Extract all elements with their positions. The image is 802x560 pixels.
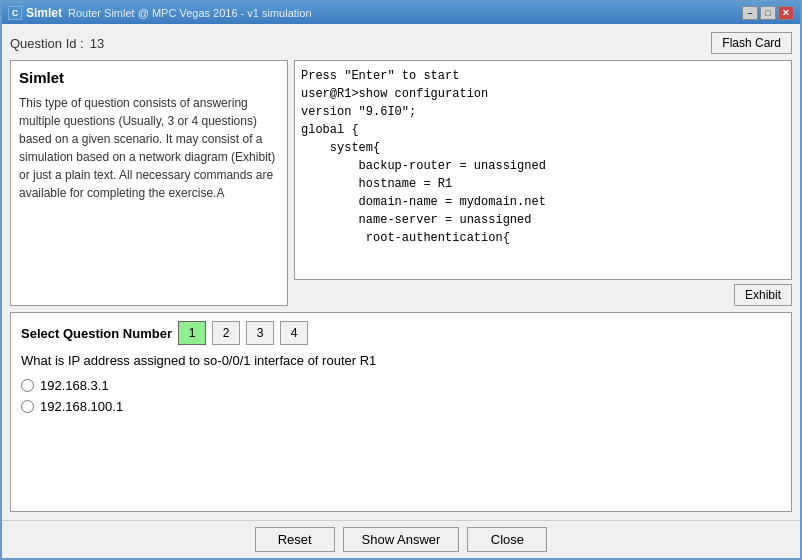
radio-input-1[interactable]	[21, 379, 34, 392]
question-num-button-1[interactable]: 1	[178, 321, 206, 345]
bottom-bar: Reset Show Answer Close	[2, 520, 800, 558]
question-area: Select Question Number 1 2 3 4 What is I…	[10, 312, 792, 512]
left-panel: Simlet This type of question consists of…	[10, 60, 288, 306]
title-bar: C Simlet Router Simlet @ MPC Vegas 2016 …	[2, 2, 800, 24]
window-subtitle: Router Simlet @ MPC Vegas 2016 - v1 simu…	[68, 7, 312, 19]
radio-option-2: 192.168.100.1	[21, 399, 781, 414]
question-id-area: Question Id : 13	[10, 36, 104, 51]
radio-label-1: 192.168.3.1	[40, 378, 109, 393]
question-select-row: Select Question Number 1 2 3 4	[21, 321, 781, 345]
question-id-value: 13	[90, 36, 104, 51]
question-num-button-2[interactable]: 2	[212, 321, 240, 345]
show-answer-button[interactable]: Show Answer	[343, 527, 460, 552]
select-question-label: Select Question Number	[21, 326, 172, 341]
exhibit-row: Exhibit	[294, 284, 792, 306]
left-panel-content: Simlet This type of question consists of…	[11, 61, 287, 305]
simlet-text: This type of question consists of answer…	[19, 94, 279, 202]
close-button[interactable]: Close	[467, 527, 547, 552]
exhibit-button[interactable]: Exhibit	[734, 284, 792, 306]
content-area: Question Id : 13 Flash Card Simlet This …	[2, 24, 800, 520]
right-panel: Press "Enter" to start user@R1>show conf…	[294, 60, 792, 306]
header-row: Question Id : 13 Flash Card	[10, 32, 792, 54]
reset-button[interactable]: Reset	[255, 527, 335, 552]
window-close-button[interactable]: ✕	[778, 6, 794, 20]
question-id-label: Question Id :	[10, 36, 84, 51]
radio-input-2[interactable]	[21, 400, 34, 413]
simlet-title: Simlet	[19, 69, 279, 86]
question-content: Select Question Number 1 2 3 4 What is I…	[11, 313, 791, 511]
maximize-button[interactable]: □	[760, 6, 776, 20]
question-num-button-3[interactable]: 3	[246, 321, 274, 345]
terminal-area: Press "Enter" to start user@R1>show conf…	[294, 60, 792, 280]
window-title: Simlet	[26, 6, 62, 20]
minimize-button[interactable]: –	[742, 6, 758, 20]
radio-option-1: 192.168.3.1	[21, 378, 781, 393]
flash-card-button[interactable]: Flash Card	[711, 32, 792, 54]
main-window: C Simlet Router Simlet @ MPC Vegas 2016 …	[0, 0, 802, 560]
terminal-text: Press "Enter" to start user@R1>show conf…	[301, 67, 785, 247]
window-controls: – □ ✕	[742, 6, 794, 20]
main-split: Simlet This type of question consists of…	[10, 60, 792, 306]
question-text: What is IP address assigned to so-0/0/1 …	[21, 353, 781, 368]
question-num-button-4[interactable]: 4	[280, 321, 308, 345]
app-icon: C	[8, 6, 22, 20]
radio-label-2: 192.168.100.1	[40, 399, 123, 414]
